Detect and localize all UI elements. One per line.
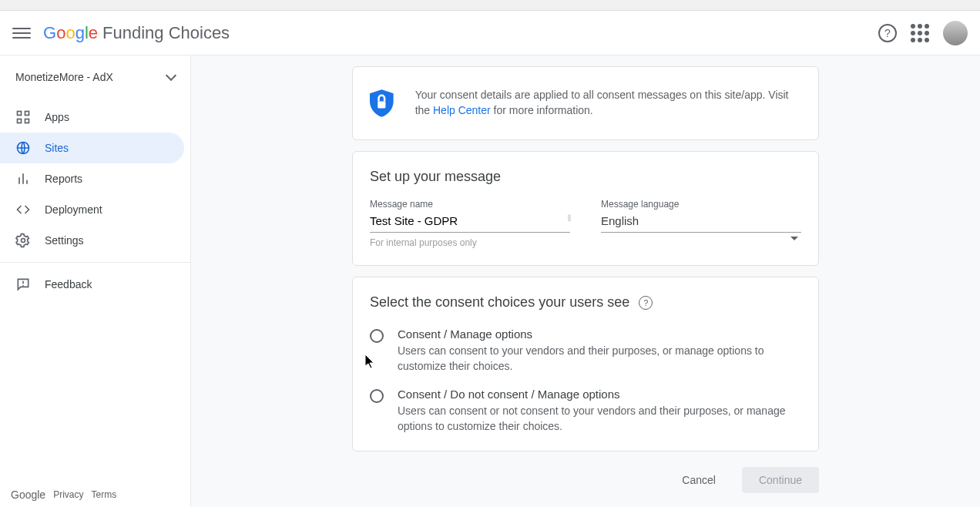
message-language-value: English bbox=[601, 210, 801, 233]
sidebar-item-apps[interactable]: Apps bbox=[0, 102, 184, 133]
globe-icon bbox=[15, 140, 31, 156]
choices-card: Select the consent choices your users se… bbox=[352, 277, 819, 452]
choices-title: Select the consent choices your users se… bbox=[370, 294, 629, 311]
sidebar-item-feedback[interactable]: Feedback bbox=[0, 269, 184, 300]
sidebar: MonetizeMore - AdX Apps Sites bbox=[0, 55, 191, 507]
message-name-label: Message name bbox=[370, 199, 570, 210]
feedback-icon bbox=[15, 277, 31, 292]
google-text: Google bbox=[11, 489, 45, 501]
svg-point-8 bbox=[22, 239, 25, 243]
browser-chrome-bar bbox=[0, 0, 980, 11]
radio-icon bbox=[370, 389, 384, 403]
consent-option-2[interactable]: Consent / Do not consent / Manage option… bbox=[370, 388, 801, 434]
bar-chart-icon bbox=[15, 171, 31, 186]
code-icon bbox=[15, 202, 31, 217]
sidebar-item-label: Sites bbox=[45, 142, 69, 154]
gear-icon bbox=[15, 233, 31, 248]
product-logo: Google Funding Choices bbox=[43, 23, 230, 43]
sidebar-item-sites[interactable]: Sites bbox=[0, 133, 184, 163]
message-language-field[interactable]: Message language English bbox=[601, 199, 801, 248]
shield-lock-icon bbox=[370, 84, 394, 123]
dropdown-arrow-icon bbox=[790, 237, 798, 240]
sidebar-item-label: Settings bbox=[45, 234, 84, 247]
setup-card: Set up your message Message name ⁞⁞ For … bbox=[352, 151, 819, 266]
product-name: Funding Choices bbox=[102, 23, 230, 43]
svg-rect-1 bbox=[25, 112, 29, 116]
app-header: Google Funding Choices ? bbox=[0, 11, 980, 55]
info-text-after: for more information. bbox=[491, 104, 593, 116]
message-name-field: Message name ⁞⁞ For internal purposes on… bbox=[370, 199, 570, 248]
cancel-button[interactable]: Cancel bbox=[665, 467, 733, 493]
apps-grid-icon bbox=[15, 109, 31, 125]
terms-link[interactable]: Terms bbox=[92, 489, 117, 500]
apps-icon[interactable] bbox=[911, 24, 929, 42]
sidebar-item-reports[interactable]: Reports bbox=[0, 163, 184, 194]
sidebar-item-label: Deployment bbox=[45, 203, 102, 216]
chevron-down-icon bbox=[166, 70, 176, 81]
sidebar-item-label: Apps bbox=[45, 111, 69, 123]
menu-icon[interactable] bbox=[12, 24, 31, 42]
message-name-hint: For internal purposes only bbox=[370, 237, 570, 248]
message-name-input[interactable] bbox=[370, 210, 570, 233]
option-description: Users can consent or not consent to your… bbox=[398, 404, 801, 434]
sidebar-item-label: Reports bbox=[45, 173, 82, 185]
consent-option-1[interactable]: Consent / Manage options Users can conse… bbox=[370, 327, 801, 374]
help-icon[interactable]: ? bbox=[878, 24, 897, 42]
option-title: Consent / Manage options bbox=[398, 327, 801, 341]
svg-rect-2 bbox=[18, 119, 22, 123]
setup-title: Set up your message bbox=[370, 169, 801, 185]
input-handle-icon: ⁞⁞ bbox=[567, 213, 570, 223]
info-text: Your consent details are applied to all … bbox=[415, 88, 801, 118]
radio-icon bbox=[370, 329, 384, 343]
sidebar-footer: Google Privacy Terms bbox=[11, 489, 116, 501]
account-selector[interactable]: MonetizeMore - AdX bbox=[0, 62, 190, 92]
sidebar-item-deployment[interactable]: Deployment bbox=[0, 194, 184, 225]
svg-rect-11 bbox=[378, 101, 385, 108]
avatar[interactable] bbox=[943, 21, 968, 45]
info-card: Your consent details are applied to all … bbox=[352, 66, 819, 140]
sidebar-item-settings[interactable]: Settings bbox=[0, 225, 184, 256]
continue-button[interactable]: Continue bbox=[742, 467, 819, 493]
option-title: Consent / Do not consent / Manage option… bbox=[398, 388, 801, 401]
help-tooltip-icon[interactable]: ? bbox=[639, 296, 653, 310]
sidebar-item-label: Feedback bbox=[45, 278, 92, 290]
svg-rect-0 bbox=[18, 112, 22, 116]
svg-rect-3 bbox=[25, 119, 29, 123]
option-description: Users can consent to your vendors and th… bbox=[398, 344, 801, 374]
action-buttons: Cancel Continue bbox=[352, 467, 819, 493]
message-language-label: Message language bbox=[601, 199, 801, 210]
svg-point-10 bbox=[22, 285, 24, 287]
help-center-link[interactable]: Help Center bbox=[433, 104, 491, 116]
account-name: MonetizeMore - AdX bbox=[15, 71, 113, 83]
divider bbox=[0, 262, 190, 263]
main-content: Your consent details are applied to all … bbox=[191, 55, 980, 507]
google-logo: Google bbox=[43, 23, 98, 43]
privacy-link[interactable]: Privacy bbox=[53, 489, 83, 500]
